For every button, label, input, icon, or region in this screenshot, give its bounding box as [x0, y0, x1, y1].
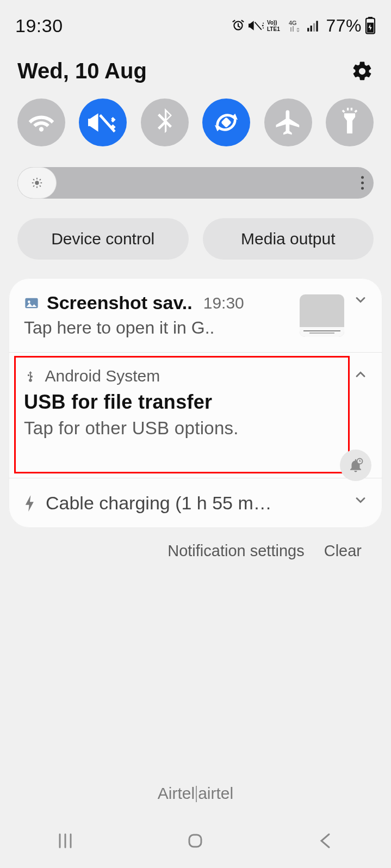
- notification-usb[interactable]: Android System USB for file transfer Tap…: [9, 353, 382, 478]
- svg-text:Vo)): Vo)): [267, 20, 277, 26]
- notification-time: 19:30: [203, 294, 244, 312]
- svg-line-16: [33, 179, 34, 180]
- nav-recents-button[interactable]: [33, 824, 98, 857]
- qs-wifi[interactable]: [17, 99, 65, 146]
- notification-title: USB for file transfer: [24, 391, 367, 414]
- qs-auto-rotate[interactable]: [202, 99, 250, 146]
- svg-rect-4: [311, 26, 312, 32]
- svg-rect-10: [221, 117, 232, 128]
- brightness-more-icon[interactable]: [361, 176, 364, 190]
- svg-line-17: [40, 186, 41, 187]
- chevron-down-icon[interactable]: [353, 292, 368, 310]
- notification-body: Tap for other USB options.: [24, 418, 367, 439]
- svg-rect-3: [308, 28, 309, 32]
- snooze-bell-icon[interactable]: [340, 450, 371, 481]
- svg-rect-5: [313, 23, 315, 32]
- signal-icon: [306, 19, 320, 33]
- panel-date: Wed, 10 Aug: [17, 59, 147, 83]
- clear-button[interactable]: Clear: [324, 542, 362, 560]
- svg-text:4G: 4G: [289, 20, 297, 26]
- notification-group: Screenshot sav.. 19:30 Tap here to open …: [9, 278, 382, 528]
- brightness-icon: [31, 177, 43, 189]
- quick-settings: [0, 89, 391, 152]
- qs-airplane[interactable]: [264, 99, 312, 146]
- media-output-button[interactable]: Media output: [203, 218, 374, 260]
- svg-text:LTE1: LTE1: [267, 26, 280, 32]
- media-output-label: Media output: [241, 230, 335, 248]
- svg-point-21: [28, 300, 30, 303]
- svg-rect-26: [189, 835, 201, 847]
- carrier-label: Airtelairtel: [0, 784, 391, 803]
- brightness-slider[interactable]: [17, 167, 374, 199]
- qs-bluetooth[interactable]: [141, 99, 189, 146]
- notification-charging[interactable]: Cable charging (1 h 55 m…: [9, 478, 382, 528]
- battery-percent: 77%: [326, 16, 362, 36]
- svg-point-11: [35, 181, 39, 184]
- chevron-down-icon[interactable]: [353, 493, 368, 510]
- chevron-up-icon[interactable]: [353, 367, 368, 384]
- carrier-right: airtel: [198, 784, 233, 802]
- brightness-thumb[interactable]: [17, 167, 57, 199]
- notification-title: Screenshot sav..: [47, 292, 193, 313]
- status-icons: Vo))LTE1 4G 77%: [231, 16, 376, 36]
- alarm-icon: [231, 19, 245, 33]
- qs-sound-vibrate[interactable]: [79, 99, 127, 146]
- notification-body: Tap here to open it in G..: [24, 318, 290, 338]
- vibrate-mute-icon: [249, 19, 264, 33]
- notification-title: Cable charging (1 h 55 m…: [46, 493, 272, 514]
- gear-icon[interactable]: [351, 60, 374, 83]
- screenshot-thumbnail[interactable]: [300, 294, 344, 337]
- image-icon: [24, 296, 39, 311]
- nav-bar: [0, 814, 391, 868]
- divider-icon: [196, 786, 197, 802]
- status-time: 19:30: [15, 15, 63, 36]
- usb-icon: [24, 370, 37, 383]
- device-control-label: Device control: [51, 230, 154, 248]
- status-bar: 19:30 Vo))LTE1 4G 77%: [0, 0, 391, 42]
- notification-screenshot[interactable]: Screenshot sav.. 19:30 Tap here to open …: [9, 278, 382, 353]
- qs-flashlight[interactable]: [326, 99, 374, 146]
- bolt-icon: [24, 495, 36, 512]
- notification-settings-button[interactable]: Notification settings: [167, 542, 304, 560]
- nav-back-button[interactable]: [293, 824, 358, 857]
- nav-home-button[interactable]: [163, 824, 228, 857]
- network-4g-icon: 4G: [289, 19, 303, 33]
- svg-line-19: [40, 179, 41, 180]
- carrier-left: Airtel: [158, 784, 195, 802]
- battery-icon: [365, 17, 376, 34]
- device-control-button[interactable]: Device control: [17, 218, 189, 260]
- svg-line-18: [33, 186, 34, 187]
- notification-app-name: Android System: [45, 367, 160, 385]
- volte-icon: Vo))LTE1: [267, 19, 286, 33]
- svg-rect-6: [316, 21, 318, 32]
